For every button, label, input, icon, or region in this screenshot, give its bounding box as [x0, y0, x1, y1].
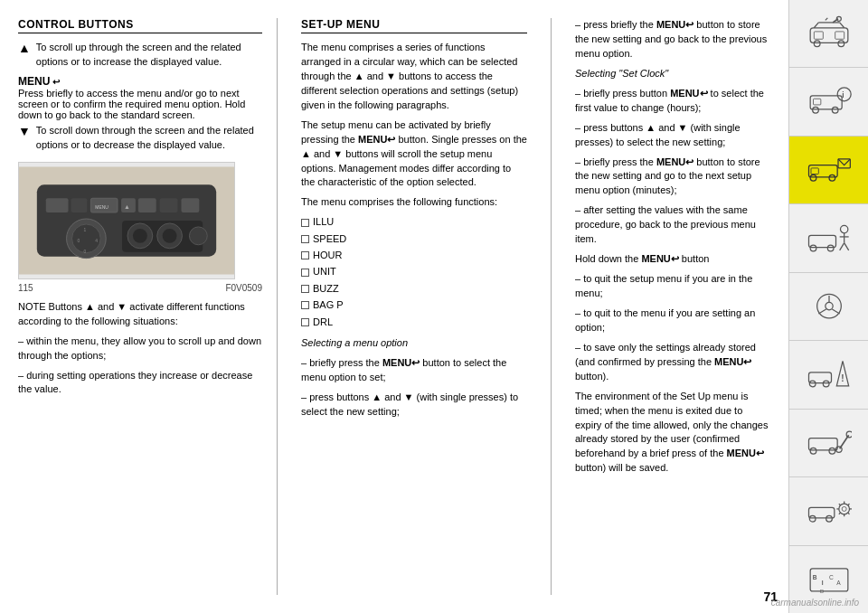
- sidebar-item-car-tools[interactable]: [789, 410, 868, 477]
- checkbox-drl: [301, 318, 309, 326]
- clock-step-3: – briefly press the MENU↩ button to stor…: [575, 156, 770, 199]
- step-store: – press briefly the MENU↩ button to stor…: [575, 18, 770, 61]
- svg-point-22: [189, 227, 207, 245]
- car-safety-icon: [807, 220, 852, 258]
- svg-line-56: [818, 309, 826, 314]
- svg-rect-10: [181, 198, 199, 212]
- svg-line-28: [814, 23, 818, 28]
- note-text: NOTE Buttons ▲ and ▼ activate different …: [18, 300, 262, 329]
- list-item-drl: DRL: [301, 316, 527, 329]
- checkbox-hour: [301, 251, 309, 259]
- menu-bold-sel: MENU↩: [382, 357, 420, 368]
- list-item-buzz: BUZZ: [301, 282, 527, 296]
- svg-line-80: [838, 513, 840, 514]
- hold-point-3: – to save only the settings already stor…: [575, 341, 770, 384]
- svg-line-52: [844, 242, 848, 250]
- environment-text: The environment of the Set Up menu is ti…: [575, 390, 770, 476]
- car-light-message-icon: [807, 151, 852, 189]
- svg-point-67: [846, 431, 852, 438]
- menu-bold-hold: MENU↩: [641, 253, 678, 264]
- sidebar-item-light-message[interactable]: [789, 137, 868, 204]
- svg-point-48: [840, 225, 847, 232]
- svg-line-33: [825, 18, 827, 21]
- svg-point-60: [823, 381, 829, 387]
- note-item-1: – within the menu, they allow you to scr…: [18, 335, 262, 363]
- activation-text: The setup menu can be activated by brief…: [301, 118, 527, 191]
- clock-step-1: – briefly press button MENU↩ to select t…: [575, 87, 770, 116]
- list-item-illu: ILLU: [301, 215, 527, 229]
- col-right: – press briefly the MENU↩ button to stor…: [566, 18, 779, 595]
- clock-step-2: – press buttons ▲ and ▼ (with single pre…: [575, 121, 770, 150]
- checkbox-unit: [301, 269, 309, 277]
- sidebar-item-settings[interactable]: [789, 477, 868, 545]
- clock-step-4: – after setting the values with the same…: [575, 203, 770, 247]
- divider-middle-right: [551, 18, 552, 595]
- bullet-up-text: To scroll up through the screen and the …: [36, 41, 262, 70]
- svg-point-73: [842, 507, 846, 512]
- sidebar-item-warning[interactable]: !: [789, 341, 868, 409]
- car-tools-icon: [807, 424, 852, 462]
- svg-rect-2: [46, 198, 69, 212]
- svg-point-26: [814, 41, 820, 47]
- svg-text:4: 4: [95, 239, 98, 243]
- svg-line-78: [838, 504, 840, 505]
- svg-rect-25: [835, 32, 844, 39]
- svg-line-79: [847, 513, 849, 514]
- svg-text:C: C: [829, 573, 834, 580]
- svg-point-70: [809, 516, 816, 523]
- car-settings-icon: [807, 492, 852, 530]
- sidebar-item-car-repair[interactable]: [789, 0, 868, 68]
- list-item-speed: SPEED: [301, 232, 527, 246]
- svg-point-42: [810, 175, 816, 182]
- hold-point-2: – to quit to the menu if you are setting…: [575, 306, 770, 335]
- svg-text:▲: ▲: [124, 203, 130, 210]
- col-left: CONTROL BUTTONS ▲ To scroll up through t…: [18, 18, 262, 595]
- selecting-title: Selecting a menu option: [301, 336, 527, 351]
- caption-right: F0V0509: [225, 283, 262, 293]
- watermark: carmanualsonline.info: [771, 598, 859, 608]
- svg-point-64: [810, 448, 816, 454]
- divider-left-middle: [277, 18, 278, 595]
- svg-point-47: [827, 245, 834, 251]
- svg-point-72: [838, 504, 849, 514]
- checkbox-buzz: [301, 285, 309, 293]
- sidebar-item-steering[interactable]: [789, 273, 868, 341]
- bullet-down-text: To scroll down through the screen and th…: [36, 124, 262, 153]
- car-info-icon: i: [807, 83, 852, 121]
- note-item-2: – during setting operations they increas…: [18, 369, 262, 398]
- svg-rect-24: [814, 32, 823, 39]
- car-warning-icon: !: [807, 355, 852, 393]
- svg-point-38: [837, 87, 851, 100]
- svg-point-37: [832, 107, 838, 113]
- functions-intro: The menu comprises the following functio…: [301, 195, 527, 210]
- checkbox-illu: [301, 219, 309, 227]
- bullet-up-item: ▲ To scroll up through the screen and th…: [18, 41, 262, 70]
- control-buttons-title: CONTROL BUTTONS: [18, 18, 262, 33]
- image-caption: 115 F0V0509: [18, 283, 262, 293]
- selecting-clock-title: Selecting "Set Clock": [575, 67, 770, 81]
- menu-bold-store: MENU↩: [656, 19, 693, 30]
- svg-rect-3: [71, 198, 88, 212]
- svg-text:D: D: [820, 588, 824, 593]
- svg-text:1: 1: [83, 228, 86, 232]
- svg-point-19: [133, 229, 147, 243]
- hold-intro: Hold down the MENU↩ button: [575, 252, 770, 267]
- step-store-pre: – press briefly the: [575, 19, 654, 30]
- intro-text: The menu comprises a series of functions…: [301, 41, 527, 113]
- svg-text:I: I: [821, 580, 823, 586]
- svg-point-27: [838, 41, 844, 47]
- svg-point-71: [826, 516, 832, 523]
- bullet-down-item: ▼ To scroll down through the screen and …: [18, 124, 262, 153]
- sel-step2: – press buttons ▲ and ▼ (with single pre…: [301, 391, 527, 420]
- sidebar-item-car-info[interactable]: i: [789, 68, 868, 136]
- svg-point-21: [163, 229, 177, 243]
- svg-rect-41: [811, 168, 818, 174]
- menu-symbol: ↩: [50, 77, 60, 87]
- svg-text:A: A: [836, 580, 841, 586]
- sel-step1-pre: – briefly press the: [301, 357, 380, 368]
- svg-text:i: i: [842, 90, 844, 99]
- svg-text:0: 0: [77, 239, 80, 243]
- sidebar-item-safety[interactable]: [789, 204, 868, 272]
- svg-text:B: B: [812, 573, 816, 580]
- hold-point-1: – to quit the setup menu if you are in t…: [575, 272, 770, 301]
